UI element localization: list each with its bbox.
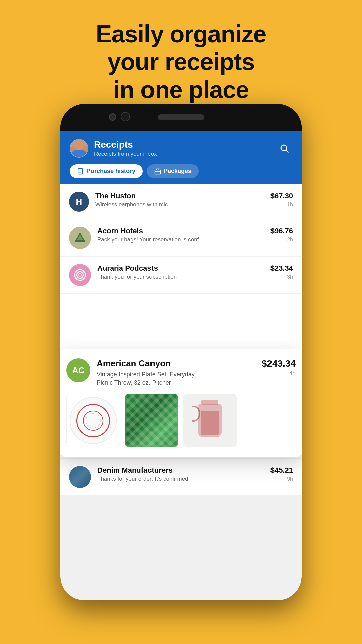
pitcher-visual (198, 404, 222, 437)
front-camera-right (121, 112, 130, 121)
logo-acorn (69, 227, 91, 249)
product-image-picnic (125, 394, 178, 447)
receipt-name-acorn: Acorn Hotels (97, 227, 264, 235)
svg-rect-6 (155, 170, 161, 174)
search-button[interactable] (276, 140, 292, 156)
receipt-time-huston: 1h (287, 202, 293, 208)
acorn-icon (73, 230, 87, 245)
logo-denim (69, 466, 91, 488)
svg-point-0 (281, 145, 287, 151)
front-camera-left (109, 113, 116, 121)
avatar[interactable] (70, 139, 88, 158)
app-header: Receipts Receipts from your inbox (60, 131, 302, 184)
expanded-time: 4h (289, 370, 296, 377)
search-icon (279, 143, 289, 153)
app-title: Receipts (94, 139, 157, 150)
receipt-name-huston: The Huston (95, 192, 264, 200)
receipt-item-denim[interactable]: Denim Manufacturers Thanks for your orde… (60, 459, 302, 496)
expanded-name: American Canyon (97, 358, 256, 369)
tab-packages-label: Packages (164, 168, 191, 175)
receipt-icon (77, 168, 84, 175)
receipt-amount-denim: $45.21 (270, 466, 293, 475)
receipt-item-huston[interactable]: The Huston Wireless earphones with mic $… (60, 184, 302, 219)
receipt-time-auraria: 3h (287, 274, 293, 280)
logo-american-canyon: AC (66, 358, 90, 382)
ac-initials: AC (72, 365, 85, 376)
receipt-time-denim: 9h (287, 476, 293, 482)
receipt-amount-auraria: $23.34 (270, 264, 293, 273)
svg-point-12 (79, 274, 81, 276)
tab-packages[interactable]: Packages (147, 164, 199, 178)
receipt-amount-acorn: $96.76 (270, 227, 293, 235)
tab-purchase-history-label: Purchase history (86, 168, 135, 175)
product-images (66, 394, 296, 447)
phone-speaker (158, 114, 204, 120)
logo-auraria (69, 264, 91, 286)
tabs-row: Purchase history Packages (70, 164, 292, 178)
phone-top-bar (60, 104, 302, 131)
svg-point-11 (77, 272, 83, 278)
tab-purchase-history[interactable]: Purchase history (70, 164, 143, 178)
plate-visual (70, 397, 117, 444)
product-image-plate (66, 394, 120, 447)
phone-mockup: Receipts Receipts from your inbox (60, 104, 302, 600)
hero-text: Easily organize your receipts in one pla… (0, 0, 362, 117)
auraria-icon (73, 268, 87, 282)
receipt-item-auraria[interactable]: Auraria Podcasts Thank you for your subs… (60, 257, 302, 294)
package-icon (154, 168, 161, 175)
app-subtitle: Receipts from your inbox (94, 151, 157, 157)
logo-huston (69, 192, 89, 212)
receipt-desc-denim: Thanks for your order. It's confirmed. (97, 476, 225, 482)
receipt-name-denim: Denim Manufacturers (97, 466, 264, 475)
receipt-item-acorn[interactable]: Acorn Hotels Pack your bags! Your reserv… (60, 219, 302, 257)
receipt-name-auraria: Auraria Podcasts (97, 264, 264, 273)
receipt-desc-huston: Wireless earphones with mic (95, 201, 223, 208)
receipt-amount-huston: $67.30 (270, 192, 293, 200)
svg-line-1 (286, 150, 289, 153)
expanded-amount: $243.34 (262, 358, 296, 369)
product-image-pitcher (183, 394, 237, 447)
expanded-card-american-canyon[interactable]: AC American Canyon Vintage Inspired Plat… (60, 349, 302, 457)
receipt-desc-acorn: Pack your bags! Your reservation is conf… (97, 236, 225, 243)
receipt-time-acorn: 2h (287, 237, 293, 243)
expanded-desc: Vintage Inspired Plate Set, EverydayPicn… (97, 370, 256, 387)
phone-screen: Receipts Receipts from your inbox (60, 131, 302, 600)
receipt-desc-auraria: Thank you for your subscription (97, 274, 225, 280)
